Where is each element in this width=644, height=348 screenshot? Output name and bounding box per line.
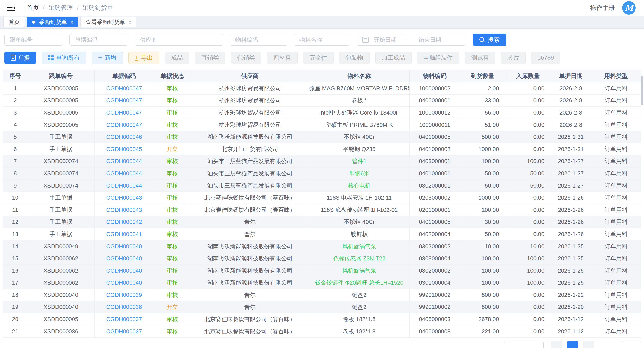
category-button-processed-goods[interactable]: 加工成品 [375,52,412,64]
doc-code-link[interactable]: CGDH000047 [106,85,142,92]
search-button[interactable]: 搜索 [473,34,506,46]
operation-manual-link[interactable]: 操作手册 [590,4,615,12]
category-button-56789[interactable]: 56789 [531,52,560,64]
table-row[interactable]: 11手工单据CGDH000043审核北京赛佳味餐饮有限公司（赛百味）118S 底… [3,204,641,216]
doc-code-link[interactable]: CGDH000043 [106,207,142,213]
cell-stocked-qty: 0.00 [505,216,551,228]
table-row[interactable]: 14XSDD000049CGDH000040审核湖南飞沃新能源科技股份有限公司风… [3,240,641,252]
prev-page-button[interactable] [550,341,562,348]
table-row[interactable]: 15XSDD000062CGDH000040审核湖南飞沃新能源科技股份有限公司色… [3,252,641,265]
cell-material-code: 0401000005 [410,131,460,143]
doc-code-link[interactable]: CGDH000047 [106,109,142,116]
doc-code-link[interactable]: CGDH000040 [106,243,142,250]
doc-code-link[interactable]: CGDH000047 [106,122,142,128]
cell-order-no: XSDD000005 [27,94,94,107]
category-button-direct-sale[interactable]: 直销类 [195,52,226,64]
material-code-input[interactable] [230,34,288,46]
doc-code-link[interactable]: CGDH000040 [106,255,142,262]
query-all-button[interactable]: 查询所有 [42,52,86,64]
table-row[interactable]: 5手工单据CGDH000046审核湖南飞沃新能源科技股份有限公司不锈钢 40Cr… [3,131,641,143]
page-jump-select[interactable] [622,341,642,348]
category-button-test-material[interactable]: 测试料 [465,52,496,64]
cell-seq: 14 [3,240,27,252]
doc-code-link[interactable]: CGDH000043 [106,194,142,201]
table-row[interactable]: 19XSDD000040CGDH000038开立普尔键盘299901000028… [3,301,641,313]
tab-view-purchase-arrival[interactable]: 查看采购到货单 x [80,17,136,27]
cell-arrived-qty: 100.00 [460,277,505,289]
table-row[interactable]: 9XSDD000074CGDH000044审核汕头市三辰蓝猫产品发展有限公司核心… [3,179,641,192]
date-range-picker[interactable]: 开始日期 - 结束日期 [356,34,466,46]
table-row[interactable]: 8XSDD000074CGDH000044审核汕头市三辰蓝猫产品发展有限公司型钢… [3,167,641,180]
supplier-input[interactable] [134,34,223,46]
category-button-packaging[interactable]: 包装物 [339,52,370,64]
cell-arrived-qty: 100.00 [460,155,505,167]
user-avatar[interactable]: M [622,1,636,15]
breadcrumb-home[interactable]: 首页 [27,4,39,12]
cell-doc-date: 2026-1-22 [551,289,591,301]
cell-seq: 5 [3,131,27,143]
material-name-input[interactable] [294,34,350,46]
document-button[interactable]: 单据 [4,52,36,64]
doc-code-link[interactable]: CGDH000037 [106,328,142,335]
doc-code-link[interactable]: CGDH000041 [106,231,142,237]
close-icon[interactable]: x [129,20,131,25]
table-row[interactable]: 6手工单据CGDH000045开立北京开迪工贸有限公司平键钢 Q23504010… [3,143,641,155]
table-row[interactable]: 20XSDD000005CGDH000037审核北京赛佳味餐饮有限公司（赛百味）… [3,313,641,325]
cell-supplier: 普尔 [191,289,309,301]
doc-code-link[interactable]: CGDH000047 [106,97,142,104]
doc-code-link[interactable]: CGDH000044 [106,170,142,177]
doc-code-link[interactable]: CGDH000037 [106,316,142,322]
breadcrumb-purchase-management[interactable]: 采购管理 [48,4,73,12]
doc-code-link[interactable]: CGDH000040 [106,279,142,286]
category-button-raw-material[interactable]: 原材料 [267,52,298,64]
table-row[interactable]: 1XSDD000085CGDH000047审核杭州彩球坊贸易有限公司微星 MAG… [3,82,641,95]
doc-code-link[interactable]: CGDH000044 [106,182,142,189]
doc-code-link[interactable]: CGDH000044 [106,158,142,164]
doc-code-link[interactable]: CGDH000046 [106,134,142,140]
cell-material-name: 管件1 [309,155,410,167]
table-row[interactable]: 4XSDD000005CGDH000047审核杭州彩球坊贸易有限公司华硕主板 P… [3,119,641,131]
table-row[interactable]: 7XSDD000074CGDH000044审核汕头市三辰蓝猫产品发展有限公司管件… [3,155,641,167]
table-row[interactable]: 17XSDD000062CGDH000040审核湖南飞沃新能源科技股份有限公司钣… [3,277,641,289]
active-page-button[interactable] [567,341,578,348]
page-size-select[interactable] [504,341,544,348]
document-button-label: 单据 [18,54,30,62]
tab-purchase-arrival-active[interactable]: 采购到货单 x [27,17,78,27]
doc-code-link[interactable]: CGDH000038 [106,304,142,310]
doc-code-link[interactable]: CGDH000040 [106,267,142,274]
table-row[interactable]: 18XSDD000040CGDH000039审核普尔键盘299901000028… [3,289,641,301]
table-row[interactable]: 12手工单据CGDH000042审核普尔不锈钢 40Cr040100000530… [3,216,641,228]
category-button-computer-assembly[interactable]: 电脑组装件 [417,52,460,64]
table-row[interactable]: 21XSDD000036CGDH000037审核北京赛佳味餐饮有限公司（赛百味）… [3,325,641,337]
cell-order-no: XSDD000049 [27,240,94,252]
search-icon [479,37,484,43]
table-row[interactable]: 16XSDD000062CGDH000040审核湖南飞沃新能源科技股份有限公司风… [3,264,641,277]
pagination-bar [0,338,644,348]
category-button-finished-goods[interactable]: 成品 [165,52,190,64]
order-no-input[interactable] [4,34,63,46]
close-icon[interactable]: x [70,20,73,25]
table-row[interactable]: 13手工单据CGDH000041审核普尔镀锌板040200000450.000.… [3,228,641,240]
category-button-chip[interactable]: 芯片 [501,52,526,64]
category-button-hardware[interactable]: 五金件 [303,52,334,64]
cell-material-code: 0401000001 [410,167,460,180]
table-row[interactable]: 3XSDD000005CGDH000047审核杭州彩球坊贸易有限公司Intel中… [3,107,641,119]
vertical-scrollbar-thumb[interactable] [640,76,643,105]
menu-collapse-icon[interactable] [6,5,15,11]
add-button[interactable]: + 新增 [92,52,123,64]
cell-usage-type: 订单用料 [591,216,641,228]
doc-code-link[interactable]: CGDH000042 [106,219,142,225]
doc-code-input[interactable] [70,34,128,46]
doc-code-link[interactable]: CGDH000039 [106,292,142,298]
cell-doc-status: 审核 [154,228,191,240]
table-row[interactable]: 10手工单据CGDH000043审核北京赛佳味餐饮有限公司（赛百味）118S 电… [3,192,641,204]
table-row[interactable]: 2XSDD000005CGDH000047审核杭州彩球坊贸易有限公司卷板 *04… [3,94,641,107]
doc-code-link[interactable]: CGDH000045 [106,146,142,152]
export-button[interactable]: ↓ 导出 [128,52,159,64]
cell-material-name: 卷板 * [309,94,410,107]
document-icon [11,55,16,61]
tab-home[interactable]: 首页 [4,17,25,27]
cell-supplier: 湖南飞沃新能源科技股份有限公司 [191,252,309,265]
category-button-consignment[interactable]: 代销类 [231,52,262,64]
next-page-button[interactable] [583,341,594,348]
